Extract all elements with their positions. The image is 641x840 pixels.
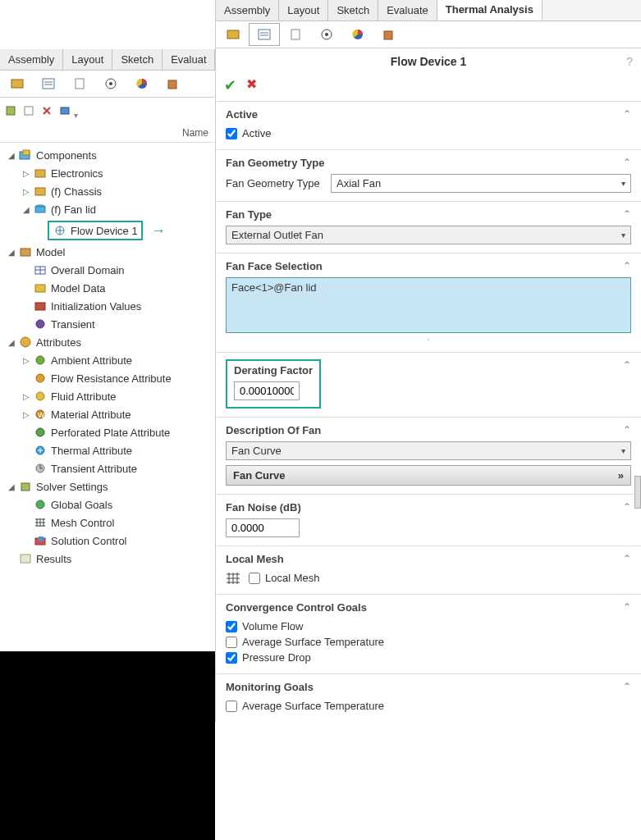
- tree-chassis[interactable]: ▷(f) Chassis: [3, 182, 215, 200]
- fan-face-listbox[interactable]: Face<1>@Fan lid: [226, 277, 631, 333]
- nav-tree: ◢Components ▷Electronics ▷(f) Chassis ◢(…: [0, 143, 215, 574]
- tab-evaluate[interactable]: Evaluat: [163, 49, 215, 70]
- tree-fluid[interactable]: ▷Fluid Attribute: [3, 387, 215, 405]
- chevron-up-icon[interactable]: ⌃: [623, 359, 631, 371]
- cube-blue-icon[interactable]: [56, 99, 74, 122]
- rpie-icon[interactable]: [342, 23, 373, 46]
- chevron-up-icon[interactable]: ⌃: [623, 424, 631, 436]
- tree-material[interactable]: ▷WMaterial Attribute: [3, 405, 215, 423]
- mon-avg-surface-temp-checkbox[interactable]: Average Surface Temperature: [226, 698, 631, 714]
- tree-attributes[interactable]: ◢Attributes: [3, 333, 215, 351]
- fan-curve-button[interactable]: Fan Curve»: [226, 465, 631, 486]
- left-toolbar-2: ▾: [0, 98, 215, 124]
- chevron-up-icon[interactable]: ⌃: [623, 108, 631, 120]
- tab-layout[interactable]: Layout: [63, 49, 112, 70]
- section-fan-type: Fan Type ⌃ External Outlet Fan▾: [216, 202, 641, 253]
- desc-fan-dropdown[interactable]: Fan Curve▾: [226, 441, 631, 460]
- chevron-up-icon[interactable]: ⌃: [623, 260, 631, 272]
- cube-alt-icon[interactable]: [158, 72, 189, 95]
- right-panel: Assembly Layout Sketch Evaluate Thermal …: [215, 0, 641, 722]
- section-monitoring: Monitoring Goals ⌃ Average Surface Tempe…: [216, 674, 641, 722]
- avg-surface-temp-checkbox[interactable]: Average Surface Temperature: [226, 634, 631, 650]
- list-icon[interactable]: [33, 72, 64, 95]
- tree-components[interactable]: ◢Components: [3, 146, 215, 164]
- tree-solver[interactable]: ◢Solver Settings: [3, 477, 215, 495]
- rtarget-icon[interactable]: [311, 23, 342, 46]
- rbox-icon[interactable]: [217, 23, 249, 46]
- tab-assembly[interactable]: Assembly: [0, 49, 63, 70]
- section-local-mesh: Local Mesh ⌃ Local Mesh: [216, 546, 641, 595]
- tree-transient-attr[interactable]: Transient Attribute: [3, 459, 215, 477]
- local-mesh-checkbox[interactable]: Local Mesh: [249, 570, 319, 586]
- rcube-icon[interactable]: [373, 23, 405, 46]
- volume-flow-checkbox[interactable]: Volume Flow: [226, 619, 631, 634]
- svg-text:W: W: [38, 411, 45, 419]
- tree-flow-resistance[interactable]: Flow Resistance Attribute: [3, 369, 215, 387]
- rtab-layout[interactable]: Layout: [279, 0, 328, 21]
- svg-rect-21: [21, 249, 30, 256]
- chevron-up-icon[interactable]: ⌃: [623, 157, 631, 168]
- tree-perforated[interactable]: Perforated Plate Attribute: [3, 423, 215, 441]
- delete-icon[interactable]: [38, 99, 56, 122]
- svg-point-30: [36, 374, 44, 382]
- target-icon[interactable]: [95, 72, 126, 95]
- fan-geom-dropdown[interactable]: Axial Fan▾: [331, 174, 631, 193]
- rtab-assembly[interactable]: Assembly: [216, 0, 279, 21]
- section-fan-noise: Fan Noise (dB) ⌃: [216, 495, 641, 546]
- cancel-button[interactable]: ✖: [246, 76, 257, 94]
- svg-point-28: [21, 337, 30, 347]
- tree-electronics[interactable]: ▷Electronics: [3, 164, 215, 182]
- active-checkbox[interactable]: Active: [226, 126, 631, 141]
- section-description-fan: Description Of Fan ⌃ Fan Curve▾ Fan Curv…: [216, 418, 641, 495]
- tree-transient[interactable]: Transient: [3, 315, 215, 333]
- svg-point-29: [36, 356, 44, 364]
- svg-point-6: [109, 82, 112, 85]
- chevron-up-icon[interactable]: ⌃: [623, 553, 631, 564]
- tree-solution-control[interactable]: Solution Control: [3, 532, 215, 550]
- derating-input[interactable]: [234, 381, 300, 400]
- rtab-sketch[interactable]: Sketch: [328, 0, 378, 21]
- tab-sketch[interactable]: Sketch: [112, 49, 163, 70]
- tree-fanlid[interactable]: ◢(f) Fan lid: [3, 200, 215, 218]
- tree-overall-domain[interactable]: Overall Domain: [3, 261, 215, 279]
- left-tabrow: Assembly Layout Sketch Evaluat: [0, 49, 215, 71]
- tree-global-goals[interactable]: Global Goals: [3, 495, 215, 514]
- tree-model[interactable]: ◢Model: [3, 243, 215, 261]
- svg-rect-45: [259, 30, 270, 39]
- tree-results[interactable]: Results: [3, 550, 215, 568]
- svg-rect-4: [76, 79, 84, 89]
- clipboard-icon[interactable]: [64, 72, 95, 95]
- small-icon-1[interactable]: [2, 99, 20, 122]
- svg-rect-0: [11, 80, 23, 88]
- section-derating: ⌃ Derating Factor: [216, 353, 641, 418]
- chevron-up-icon[interactable]: ⌃: [623, 601, 631, 613]
- tree-flowdevice[interactable]: Flow Device 1 →: [3, 218, 215, 243]
- tree-ambient[interactable]: ▷Ambient Attribute: [3, 351, 215, 369]
- tree-header: Name: [0, 124, 215, 143]
- ok-button[interactable]: ✔: [224, 76, 236, 94]
- chevron-up-icon[interactable]: ⌃: [623, 501, 631, 513]
- chevron-up-icon[interactable]: ⌃: [623, 681, 631, 692]
- help-icon[interactable]: ?: [626, 55, 633, 68]
- rtab-evaluate[interactable]: Evaluate: [378, 0, 437, 21]
- box-icon[interactable]: [2, 72, 33, 95]
- fan-type-dropdown[interactable]: External Outlet Fan▾: [226, 226, 631, 244]
- rclip-icon[interactable]: [280, 23, 311, 46]
- tree-init-values[interactable]: Initialization Values: [3, 297, 215, 315]
- left-toolbar: [0, 71, 215, 98]
- small-icon-2[interactable]: [20, 99, 38, 122]
- rlist-icon[interactable]: [249, 23, 280, 46]
- side-handle[interactable]: [634, 476, 641, 509]
- tree-thermal-attr[interactable]: Thermal Attribute: [3, 441, 215, 459]
- chevron-up-icon[interactable]: ⌃: [623, 208, 631, 220]
- svg-point-34: [36, 428, 44, 436]
- svg-rect-52: [384, 31, 392, 39]
- pressure-drop-checkbox[interactable]: Pressure Drop: [226, 650, 631, 665]
- rtab-thermal[interactable]: Thermal Analysis: [437, 0, 543, 21]
- section-convergence: Convergence Control Goals ⌃ Volume Flow …: [216, 595, 641, 674]
- viewport-placeholder: [0, 651, 215, 840]
- fan-noise-input[interactable]: [226, 518, 300, 537]
- tree-mesh-control[interactable]: Mesh Control: [3, 514, 215, 532]
- pie-icon[interactable]: [126, 72, 158, 95]
- tree-model-data[interactable]: Model Data: [3, 279, 215, 297]
